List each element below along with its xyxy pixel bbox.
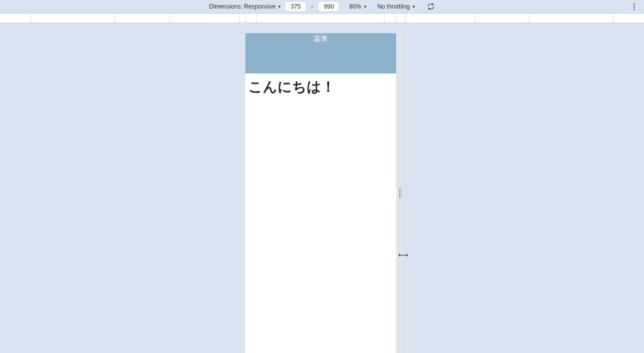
ruler-tick <box>256 14 257 23</box>
ruler-tick <box>245 14 246 23</box>
chevron-down-icon: ▼ <box>363 5 367 9</box>
ruler-tick <box>396 14 397 23</box>
dot-icon <box>633 9 635 10</box>
ruler-tick <box>239 14 240 23</box>
throttle-dropdown[interactable]: No throttling ▼ <box>377 3 416 10</box>
breakpoint-ruler[interactable] <box>0 14 644 23</box>
ruler-tick <box>169 14 169 23</box>
page-heading: こんにちは！ <box>248 79 335 95</box>
resize-handle-right[interactable] <box>396 33 404 353</box>
grip-icon <box>399 188 401 198</box>
ruler-tick <box>115 14 115 23</box>
page-header: 基準 <box>245 33 396 73</box>
ruler-tick <box>612 14 613 23</box>
ruler-tick <box>529 14 529 23</box>
chevron-down-icon: ▼ <box>412 5 416 9</box>
dimensions-label: Dimensions: Responsive <box>209 3 275 10</box>
zoom-dropdown[interactable]: 80% ▼ <box>349 3 367 10</box>
throttle-label: No throttling <box>377 3 410 10</box>
rotate-button[interactable] <box>427 3 435 11</box>
ruler-tick <box>384 14 385 23</box>
device-viewport-area: 基準 こんにちは！ ⟷ <box>0 23 644 353</box>
chevron-down-icon: ▼ <box>278 5 282 9</box>
height-input[interactable] <box>319 2 339 11</box>
zoom-label: 80% <box>349 3 361 10</box>
device-frame: 基準 こんにちは！ <box>245 33 396 353</box>
page-content: こんにちは！ <box>245 73 396 101</box>
rotate-icon <box>427 3 435 11</box>
dot-icon <box>633 6 635 8</box>
dimensions-dropdown[interactable]: Dimensions: Responsive ▼ <box>209 3 282 10</box>
more-options-button[interactable] <box>633 3 635 11</box>
toolbar-controls: Dimensions: Responsive ▼ × 80% ▼ No thro… <box>209 2 435 11</box>
page-header-title: 基準 <box>314 35 328 43</box>
ruler-tick <box>475 14 475 23</box>
ruler-tick <box>405 14 406 23</box>
dot-icon <box>633 4 635 5</box>
device-toolbar: Dimensions: Responsive ▼ × 80% ▼ No thro… <box>0 0 644 14</box>
dimension-separator: × <box>311 4 314 10</box>
width-input[interactable] <box>286 2 306 11</box>
ruler-tick <box>31 14 32 23</box>
